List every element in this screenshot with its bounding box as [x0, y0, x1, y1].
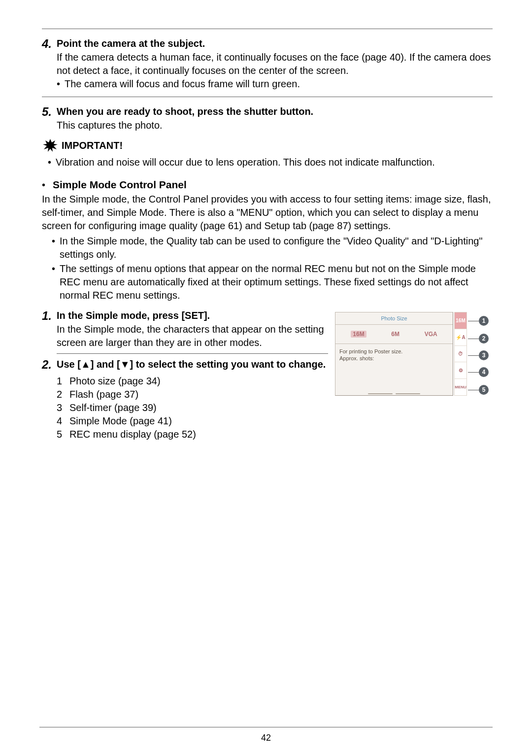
step-4: 4. Point the camera at the subject. If t… [42, 37, 493, 91]
step-title: In the Simple mode, press [SET]. [57, 309, 210, 323]
step-sub-bullet: • The camera will focus and focus frame … [57, 77, 493, 91]
side-item-flash-icon: ⚡A [455, 329, 466, 346]
legend-item: 3Self-timer (page 39) [57, 401, 328, 414]
step-number: 4. [42, 37, 57, 51]
camera-screen: Photo Size 16M 6M VGA For printing to Po… [335, 312, 453, 396]
svg-marker-0 [43, 139, 58, 152]
side-item-menu: MENU [455, 379, 466, 395]
screen-desc: Approx. shots: [339, 355, 449, 362]
section-bullet: • In the Simple mode, the Quality tab ca… [52, 235, 493, 261]
section-intro: In the Simple mode, the Control Panel pr… [42, 193, 493, 233]
step-title: When you are ready to shoot, press the s… [57, 105, 313, 119]
callout-3: 3 [468, 350, 489, 360]
callout-1: 1 [468, 316, 489, 326]
control-panel-diagram: Photo Size 16M 6M VGA For printing to Po… [335, 312, 493, 396]
callout-5: 5 [468, 385, 489, 395]
screen-title: Photo Size [335, 312, 453, 325]
cp-step-1: 1. In the Simple mode, press [SET]. In t… [42, 309, 328, 349]
important-label: IMPORTANT! [62, 140, 123, 151]
section-heading: • Simple Mode Control Panel [42, 179, 493, 191]
legend-item: 2Flash (page 37) [57, 388, 328, 401]
step-title: Point the camera at the subject. [57, 37, 205, 51]
step-body: In the Simple mode, the characters that … [57, 323, 328, 349]
step-5: 5. When you are ready to shoot, press th… [42, 105, 493, 132]
legend-item: 1Photo size (page 34) [57, 375, 328, 388]
size-option: 6M [391, 331, 399, 338]
step-body: If the camera detects a human face, it c… [57, 51, 493, 77]
sidebar: 16M ⚡A ⏱ ⚙ MENU [454, 312, 467, 396]
step-number: 5. [42, 105, 57, 119]
step-number: 2. [42, 358, 57, 372]
size-option-selected: 16M [351, 331, 366, 338]
callout-4: 4 [468, 367, 489, 377]
size-option: VGA [425, 331, 437, 338]
step-title: Use [▲] and [▼] to select the setting yo… [57, 358, 326, 372]
side-item-photo-size: 16M [455, 312, 466, 329]
important-heading: IMPORTANT! [42, 138, 493, 153]
legend-item: 5REC menu display (page 52) [57, 428, 328, 441]
callout-2: 2 [468, 334, 489, 344]
screen-desc: For printing to Poster size. [339, 348, 449, 355]
burst-icon [42, 138, 59, 153]
step-body: This captures the photo. [57, 119, 493, 132]
cp-step-2: 2. Use [▲] and [▼] to select the setting… [42, 358, 328, 372]
side-item-mode-icon: ⚙ [455, 362, 466, 379]
legend-item: 4Simple Mode (page 41) [57, 414, 328, 428]
important-bullet: • Vibration and noise will occur due to … [48, 156, 493, 169]
side-item-timer-icon: ⏱ [455, 346, 466, 363]
step-number: 1. [42, 309, 57, 323]
page-number: 42 [0, 733, 532, 743]
section-bullet: • The settings of menu options that appe… [52, 262, 493, 302]
